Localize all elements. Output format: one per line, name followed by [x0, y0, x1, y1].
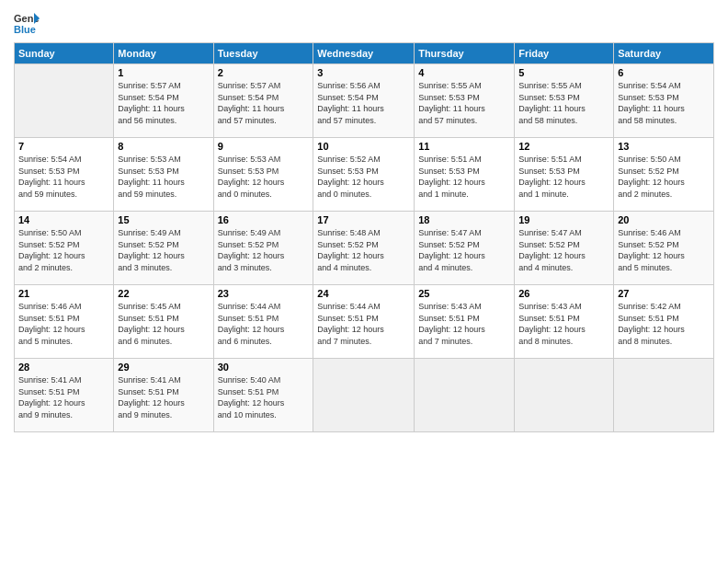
day-number: 9 — [218, 141, 310, 152]
day-info: Sunrise: 5:47 AM Sunset: 5:52 PM Dayligh… — [418, 227, 510, 273]
day-info: Sunrise: 5:43 AM Sunset: 5:51 PM Dayligh… — [418, 301, 510, 347]
calendar-cell: 9Sunrise: 5:53 AM Sunset: 5:53 PM Daylig… — [213, 138, 313, 212]
calendar-cell: 26Sunrise: 5:43 AM Sunset: 5:51 PM Dayli… — [515, 285, 614, 359]
day-info: Sunrise: 5:49 AM Sunset: 5:52 PM Dayligh… — [218, 227, 310, 273]
day-info: Sunrise: 5:53 AM Sunset: 5:53 PM Dayligh… — [118, 154, 209, 200]
calendar-body: 1Sunrise: 5:57 AM Sunset: 5:54 PM Daylig… — [15, 64, 714, 432]
calendar-cell: 5Sunrise: 5:55 AM Sunset: 5:53 PM Daylig… — [515, 64, 614, 138]
calendar-week-2: 7Sunrise: 5:54 AM Sunset: 5:53 PM Daylig… — [15, 138, 714, 212]
calendar-cell: 20Sunrise: 5:46 AM Sunset: 5:52 PM Dayli… — [614, 212, 714, 285]
logo: General Blue — [14, 9, 43, 35]
day-info: Sunrise: 5:52 AM Sunset: 5:53 PM Dayligh… — [317, 154, 410, 200]
calendar-cell — [15, 64, 114, 138]
header-cell-monday: Monday — [114, 43, 213, 64]
day-number: 20 — [618, 214, 710, 225]
day-number: 30 — [218, 362, 310, 373]
day-number: 27 — [618, 288, 710, 299]
calendar-cell: 29Sunrise: 5:41 AM Sunset: 5:51 PM Dayli… — [114, 359, 213, 432]
day-info: Sunrise: 5:50 AM Sunset: 5:52 PM Dayligh… — [18, 227, 109, 273]
calendar-cell: 3Sunrise: 5:56 AM Sunset: 5:54 PM Daylig… — [313, 64, 415, 138]
day-info: Sunrise: 5:51 AM Sunset: 5:53 PM Dayligh… — [518, 154, 609, 200]
header-cell-wednesday: Wednesday — [313, 43, 415, 64]
day-number: 12 — [518, 141, 609, 152]
day-number: 11 — [418, 141, 510, 152]
day-info: Sunrise: 5:53 AM Sunset: 5:53 PM Dayligh… — [218, 154, 310, 200]
calendar-cell: 21Sunrise: 5:46 AM Sunset: 5:51 PM Dayli… — [15, 285, 114, 359]
day-info: Sunrise: 5:44 AM Sunset: 5:51 PM Dayligh… — [218, 301, 310, 347]
day-info: Sunrise: 5:55 AM Sunset: 5:53 PM Dayligh… — [518, 80, 609, 126]
day-number: 5 — [518, 67, 609, 78]
calendar-cell: 6Sunrise: 5:54 AM Sunset: 5:53 PM Daylig… — [614, 64, 714, 138]
day-number: 1 — [118, 67, 209, 78]
day-info: Sunrise: 5:47 AM Sunset: 5:52 PM Dayligh… — [518, 227, 609, 273]
page-header: General Blue — [14, 9, 714, 35]
header-cell-sunday: Sunday — [15, 43, 114, 64]
svg-text:Blue: Blue — [14, 24, 36, 35]
day-info: Sunrise: 5:51 AM Sunset: 5:53 PM Dayligh… — [418, 154, 510, 200]
calendar-cell — [415, 359, 515, 432]
day-info: Sunrise: 5:55 AM Sunset: 5:53 PM Dayligh… — [418, 80, 510, 126]
calendar-cell: 30Sunrise: 5:40 AM Sunset: 5:51 PM Dayli… — [213, 359, 313, 432]
day-number: 4 — [418, 67, 510, 78]
day-number: 28 — [18, 362, 109, 373]
calendar-week-4: 21Sunrise: 5:46 AM Sunset: 5:51 PM Dayli… — [15, 285, 714, 359]
day-number: 29 — [118, 362, 209, 373]
day-number: 6 — [618, 67, 710, 78]
day-info: Sunrise: 5:43 AM Sunset: 5:51 PM Dayligh… — [518, 301, 609, 347]
day-info: Sunrise: 5:56 AM Sunset: 5:54 PM Dayligh… — [317, 80, 410, 126]
calendar-cell: 11Sunrise: 5:51 AM Sunset: 5:53 PM Dayli… — [415, 138, 515, 212]
calendar-cell — [515, 359, 614, 432]
calendar-cell: 16Sunrise: 5:49 AM Sunset: 5:52 PM Dayli… — [213, 212, 313, 285]
calendar-week-3: 14Sunrise: 5:50 AM Sunset: 5:52 PM Dayli… — [15, 212, 714, 285]
day-number: 14 — [18, 214, 109, 225]
calendar-cell: 28Sunrise: 5:41 AM Sunset: 5:51 PM Dayli… — [15, 359, 114, 432]
calendar-cell: 24Sunrise: 5:44 AM Sunset: 5:51 PM Dayli… — [313, 285, 415, 359]
calendar-cell: 23Sunrise: 5:44 AM Sunset: 5:51 PM Dayli… — [213, 285, 313, 359]
day-number: 18 — [418, 214, 510, 225]
day-number: 16 — [218, 214, 310, 225]
calendar-table: SundayMondayTuesdayWednesdayThursdayFrid… — [14, 42, 714, 432]
day-number: 8 — [118, 141, 209, 152]
day-number: 19 — [518, 214, 609, 225]
calendar-cell: 7Sunrise: 5:54 AM Sunset: 5:53 PM Daylig… — [15, 138, 114, 212]
logo-icon: General Blue — [14, 9, 40, 35]
day-number: 25 — [418, 288, 510, 299]
day-info: Sunrise: 5:54 AM Sunset: 5:53 PM Dayligh… — [618, 80, 710, 126]
day-info: Sunrise: 5:49 AM Sunset: 5:52 PM Dayligh… — [118, 227, 209, 273]
calendar-week-1: 1Sunrise: 5:57 AM Sunset: 5:54 PM Daylig… — [15, 64, 714, 138]
calendar-cell: 15Sunrise: 5:49 AM Sunset: 5:52 PM Dayli… — [114, 212, 213, 285]
calendar-cell: 10Sunrise: 5:52 AM Sunset: 5:53 PM Dayli… — [313, 138, 415, 212]
calendar-cell — [313, 359, 415, 432]
day-number: 15 — [118, 214, 209, 225]
header-cell-tuesday: Tuesday — [213, 43, 313, 64]
day-info: Sunrise: 5:40 AM Sunset: 5:51 PM Dayligh… — [218, 374, 310, 420]
header-cell-friday: Friday — [515, 43, 614, 64]
day-info: Sunrise: 5:41 AM Sunset: 5:51 PM Dayligh… — [18, 374, 109, 420]
day-number: 7 — [18, 141, 109, 152]
day-number: 3 — [317, 67, 410, 78]
calendar-cell: 25Sunrise: 5:43 AM Sunset: 5:51 PM Dayli… — [415, 285, 515, 359]
day-number: 21 — [18, 288, 109, 299]
day-info: Sunrise: 5:57 AM Sunset: 5:54 PM Dayligh… — [118, 80, 209, 126]
day-info: Sunrise: 5:41 AM Sunset: 5:51 PM Dayligh… — [118, 374, 209, 420]
day-info: Sunrise: 5:48 AM Sunset: 5:52 PM Dayligh… — [317, 227, 410, 273]
calendar-cell — [614, 359, 714, 432]
header-cell-saturday: Saturday — [614, 43, 714, 64]
calendar-cell: 1Sunrise: 5:57 AM Sunset: 5:54 PM Daylig… — [114, 64, 213, 138]
day-number: 26 — [518, 288, 609, 299]
day-number: 2 — [218, 67, 310, 78]
day-number: 22 — [118, 288, 209, 299]
day-number: 17 — [317, 214, 410, 225]
day-info: Sunrise: 5:57 AM Sunset: 5:54 PM Dayligh… — [218, 80, 310, 126]
calendar-cell: 12Sunrise: 5:51 AM Sunset: 5:53 PM Dayli… — [515, 138, 614, 212]
calendar-cell: 8Sunrise: 5:53 AM Sunset: 5:53 PM Daylig… — [114, 138, 213, 212]
day-info: Sunrise: 5:46 AM Sunset: 5:52 PM Dayligh… — [618, 227, 710, 273]
day-number: 10 — [317, 141, 410, 152]
calendar-week-5: 28Sunrise: 5:41 AM Sunset: 5:51 PM Dayli… — [15, 359, 714, 432]
calendar-cell: 14Sunrise: 5:50 AM Sunset: 5:52 PM Dayli… — [15, 212, 114, 285]
calendar-header-row: SundayMondayTuesdayWednesdayThursdayFrid… — [15, 43, 714, 64]
calendar-cell: 4Sunrise: 5:55 AM Sunset: 5:53 PM Daylig… — [415, 64, 515, 138]
calendar-cell: 22Sunrise: 5:45 AM Sunset: 5:51 PM Dayli… — [114, 285, 213, 359]
day-info: Sunrise: 5:44 AM Sunset: 5:51 PM Dayligh… — [317, 301, 410, 347]
day-info: Sunrise: 5:42 AM Sunset: 5:51 PM Dayligh… — [618, 301, 710, 347]
